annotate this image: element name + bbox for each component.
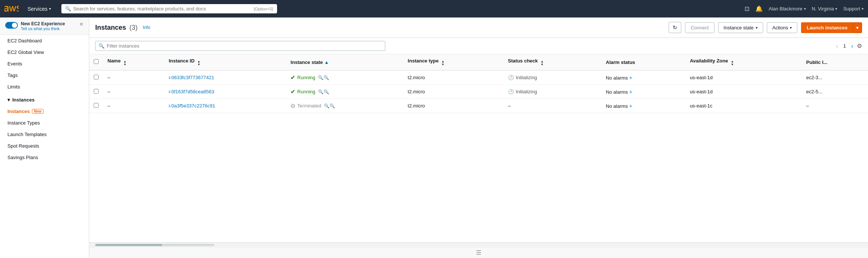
- row-checkbox-cell[interactable]: [89, 70, 103, 85]
- row-name: –: [103, 70, 164, 85]
- top-nav: Services ▾ 🔍 [Option+S] ⊡ 🔔 Alan Blackmo…: [0, 0, 868, 17]
- global-search[interactable]: 🔍 [Option+S]: [61, 4, 277, 13]
- sidebar-item-events[interactable]: Events: [0, 58, 89, 70]
- ec2-banner-sub[interactable]: Tell us what you think: [21, 26, 76, 31]
- status-check-cell: 🕐 Initializing: [508, 89, 597, 94]
- connect-button[interactable]: Connect: [685, 22, 714, 33]
- th-availability-zone[interactable]: Availability Zone ▲▼: [685, 54, 802, 70]
- instances-label: Instances: [7, 109, 30, 114]
- row-public: ec2-3...: [802, 70, 868, 85]
- row-status-check: 🕐 Initializing: [504, 85, 601, 99]
- row-availability-zone: us-east-1c: [685, 99, 802, 113]
- info-link[interactable]: Info: [143, 25, 150, 30]
- next-page-button[interactable]: ›: [850, 42, 855, 50]
- th-status-check[interactable]: Status check ▲▼: [504, 54, 601, 70]
- row-alarm-status: No alarms +: [601, 85, 685, 99]
- row-instance-id[interactable]: i-0f163f7d58cea8563: [164, 85, 286, 99]
- table-settings-icon[interactable]: ⚙: [857, 42, 862, 49]
- filter-search-icon: 🔍: [99, 43, 105, 49]
- table-row: – i-0f163f7d58cea8563 ✔ Running 🔍🔍 t2.mi…: [89, 85, 868, 99]
- th-instance-type[interactable]: Instance type ▲▼: [403, 54, 504, 70]
- alarm-plus-icon[interactable]: +: [629, 75, 632, 81]
- ec2-toggle[interactable]: [5, 22, 18, 29]
- sidebar-item-ec2-dashboard[interactable]: EC2 Dashboard: [0, 35, 89, 46]
- content-area: Instances (3) Info ↻ Connect Instance st…: [89, 17, 868, 258]
- user-menu[interactable]: Alan Blackmore ▾: [769, 6, 806, 12]
- ec2-banner-close[interactable]: ✕: [79, 21, 84, 27]
- row-instance-id[interactable]: i-0633fc3f773677421: [164, 70, 286, 85]
- sidebar-item-ec2-global-view[interactable]: EC2 Global View: [0, 46, 89, 58]
- sidebar-item-spot-requests[interactable]: Spot Requests: [0, 140, 89, 152]
- row-instance-state: ✔ Running 🔍🔍: [286, 85, 403, 99]
- row-name: –: [103, 99, 164, 113]
- alarm-plus-icon[interactable]: +: [629, 89, 632, 95]
- status-check-cell: 🕐 Initializing: [508, 75, 597, 80]
- row-name: –: [103, 85, 164, 99]
- row-availability-zone: us-east-1d: [685, 70, 802, 85]
- row-public: –: [802, 99, 868, 113]
- launch-instances-dropdown[interactable]: ▾: [853, 22, 862, 33]
- section-chevron: ▾: [7, 97, 10, 103]
- main-layout: New EC2 Experience Tell us what you thin…: [0, 17, 868, 258]
- bell-icon: 🔔: [755, 5, 763, 12]
- filter-input-wrapper[interactable]: 🔍: [95, 41, 385, 51]
- sidebar-item-limits[interactable]: Limits: [0, 81, 89, 93]
- sidebar-item-instance-types[interactable]: Instance Types: [0, 117, 89, 129]
- scroll-thumb: [95, 244, 162, 246]
- refresh-button[interactable]: ↻: [669, 22, 681, 33]
- user-chevron: ▾: [804, 7, 806, 11]
- notifications-btn[interactable]: 🔔: [755, 5, 763, 12]
- row-checkbox[interactable]: [94, 89, 99, 94]
- filter-input[interactable]: [107, 43, 382, 49]
- row-checkbox-cell[interactable]: [89, 99, 103, 113]
- region-menu[interactable]: N. Virginia ▾: [812, 6, 838, 12]
- select-all-checkbox[interactable]: [94, 59, 99, 64]
- actions-chevron: ▾: [790, 26, 792, 30]
- table-row: – i-0633fc3f773677421 ✔ Running 🔍🔍 t2.mi…: [89, 70, 868, 85]
- search-input[interactable]: [73, 6, 252, 12]
- row-public: ec2-5...: [802, 85, 868, 99]
- region-name: N. Virginia: [812, 6, 834, 12]
- instance-id-link[interactable]: i-0633fc3f773677421: [169, 75, 214, 80]
- services-menu[interactable]: Services ▾: [25, 4, 54, 13]
- sidebar-item-savings-plans[interactable]: Savings Plans: [0, 152, 89, 163]
- row-instance-id[interactable]: i-0a3f5e337c2276c91: [164, 99, 286, 113]
- row-alarm-status: No alarms +: [601, 99, 685, 113]
- row-instance-type: t2.micro: [403, 99, 504, 113]
- row-alarm-status: No alarms +: [601, 70, 685, 85]
- status-check-cell: –: [508, 103, 511, 109]
- terminal-icon-btn[interactable]: ⊡: [745, 5, 749, 12]
- scroll-track[interactable]: [95, 244, 214, 246]
- actions-button[interactable]: Actions ▾: [767, 22, 798, 33]
- th-instance-id[interactable]: Instance ID ▲▼: [164, 54, 286, 70]
- instance-id-link[interactable]: i-0a3f5e337c2276c91: [169, 103, 215, 109]
- services-label: Services: [28, 6, 48, 12]
- instance-id-link[interactable]: i-0f163f7d58cea8563: [169, 89, 214, 94]
- sidebar-item-tags[interactable]: Tags: [0, 70, 89, 81]
- launch-instances-button[interactable]: Launch instances: [801, 22, 853, 33]
- prev-page-button[interactable]: ‹: [835, 42, 839, 50]
- sidebar-section-instances: ▾ Instances: [0, 93, 89, 106]
- aws-logo[interactable]: [4, 4, 19, 13]
- user-name: Alan Blackmore: [769, 6, 803, 12]
- row-checkbox[interactable]: [94, 103, 99, 108]
- alarm-plus-icon[interactable]: +: [629, 103, 632, 109]
- nav-right: ⊡ 🔔 Alan Blackmore ▾ N. Virginia ▾ Suppo…: [745, 5, 864, 12]
- th-alarm-status[interactable]: Alarm status: [601, 54, 685, 70]
- row-checkbox-cell[interactable]: [89, 85, 103, 99]
- instances-table-container: Name ▲▼ Instance ID ▲▼ Instance state ▲ …: [89, 54, 868, 242]
- select-all-col[interactable]: [89, 54, 103, 70]
- pagination-controls: ‹ 1 › ⚙: [835, 42, 862, 50]
- sidebar-item-launch-templates[interactable]: Launch Templates: [0, 129, 89, 140]
- row-checkbox[interactable]: [94, 75, 99, 80]
- row-status-check: –: [504, 99, 601, 113]
- sidebar-item-instances[interactable]: Instances New: [0, 106, 89, 117]
- support-menu[interactable]: Support ▾: [843, 6, 864, 12]
- th-instance-state[interactable]: Instance state ▲: [286, 54, 403, 70]
- status-running: ✔ Running 🔍🔍: [290, 74, 399, 81]
- support-chevron: ▾: [862, 7, 864, 11]
- instance-state-button[interactable]: Instance state ▾: [718, 22, 763, 33]
- row-instance-state: ✔ Running 🔍🔍: [286, 70, 403, 85]
- th-public: Public I...: [802, 54, 868, 70]
- th-name[interactable]: Name ▲▼: [103, 54, 164, 70]
